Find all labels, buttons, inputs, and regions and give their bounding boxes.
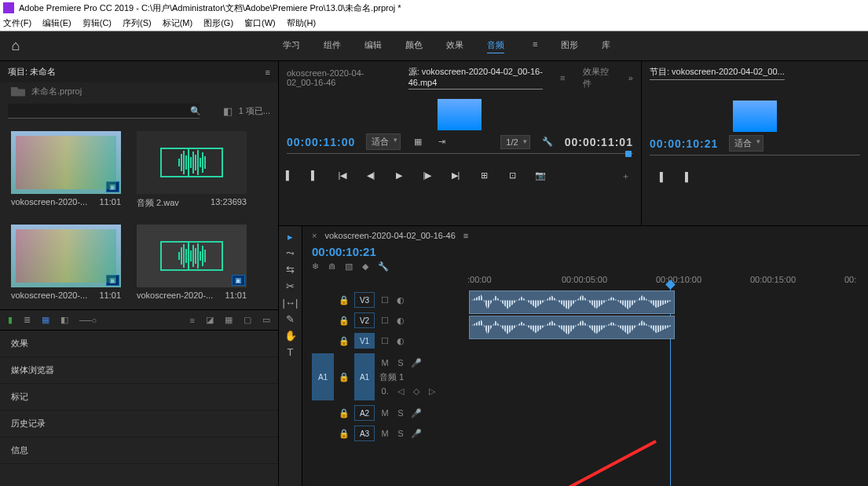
src-tab-1[interactable]: okoscreen-2020-04-02_00-16-46 [287,68,391,87]
ws-color[interactable]: 颜色 [405,39,423,53]
zoom-slider[interactable]: ──○ [79,316,97,325]
nav-markers[interactable]: 标记 [0,384,278,411]
menu-sequence[interactable]: 序列(S) [123,17,152,29]
mark-out-icon[interactable]: ▌ [681,172,695,181]
track-select-tool-icon[interactable]: ⤳ [286,247,295,259]
overflow-icon[interactable]: » [628,73,633,82]
target-a3[interactable]: A3 [354,426,375,441]
step-fwd-icon[interactable]: |▶ [420,170,434,182]
lock-icon[interactable]: 🔒 [339,408,350,418]
overwrite-icon[interactable]: ⊡ [505,170,519,182]
keyframe-next-icon[interactable]: ▷ [427,386,438,396]
safe-margin-icon[interactable]: ⇥ [435,137,448,147]
ws-learn[interactable]: 学习 [283,39,300,53]
list-view-icon[interactable]: ≣ [24,315,31,325]
linked-sel-icon[interactable]: ▧ [345,261,353,272]
eye-icon[interactable]: ◐ [395,295,406,305]
export-frame-icon[interactable]: 📷 [533,170,548,182]
panel-menu-icon[interactable]: ≡ [266,68,270,77]
source-patch-a1[interactable]: A1 [312,353,334,400]
ws-library[interactable]: 库 [602,39,610,53]
voice-icon[interactable]: 🎤 [411,358,422,368]
settings-icon[interactable]: 🔧 [541,137,554,147]
solo-icon[interactable]: S [395,358,406,368]
mark-out-icon[interactable]: ▌ [307,170,321,182]
bin-item-sequence[interactable]: ▣ vokoscreen-2020-...11:01 [137,225,247,300]
target-a1[interactable]: A1 [354,353,375,400]
slip-tool-icon[interactable]: |↔| [283,297,298,309]
new-bin-icon[interactable]: ▢ [244,315,251,325]
lock-icon[interactable]: 🔒 [339,336,350,346]
sync-lock-icon[interactable]: ☐ [379,295,390,305]
home-icon[interactable]: ⌂ [0,38,31,54]
audio-clip-left[interactable] [469,291,675,314]
keyframe-add-icon[interactable]: ◇ [411,386,422,396]
timeline-ruler[interactable]: :00:00 00:00:05:00 00:00:10:00 00:00:15:… [467,275,868,291]
menu-bar[interactable]: 文件(F) 编辑(E) 剪辑(C) 序列(S) 标记(M) 图形(G) 窗口(W… [0,16,868,31]
step-back-icon[interactable]: ◀| [364,170,378,182]
mute-icon[interactable]: M [379,429,390,439]
target-v3[interactable]: V3 [354,292,375,308]
mute-icon[interactable]: M [379,408,390,418]
source-preview[interactable] [438,99,482,130]
sequence-tab[interactable]: × vokoscreen-2020-04-02_00-16-46 ≡ [302,226,868,245]
panel-menu-icon[interactable]: ≡ [560,73,565,82]
ws-edit[interactable]: 编辑 [364,39,382,53]
razor-tool-icon[interactable]: ✂ [286,280,295,292]
program-fit-combo[interactable]: 适合 [729,135,764,152]
ws-audio[interactable]: 音频 [487,39,504,53]
sort-icon[interactable]: ≡ [190,316,195,325]
mark-in-icon[interactable]: ▐ [279,170,293,182]
target-v2[interactable]: V2 [354,312,375,328]
target-v1[interactable]: V1 [354,333,375,349]
search-icon[interactable]: 🔍 [190,106,201,116]
eye-icon[interactable]: ◐ [395,336,406,346]
nav-history[interactable]: 历史记录 [0,411,278,437]
new-item-icon[interactable]: ▭ [262,315,270,325]
ripple-tool-icon[interactable]: ⇆ [286,264,295,276]
sync-lock-icon[interactable]: ☐ [379,316,390,326]
nav-media-browser[interactable]: 媒体浏览器 [0,357,278,384]
solo-icon[interactable]: S [395,429,406,439]
solo-icon[interactable]: S [395,408,406,418]
type-tool-icon[interactable]: T [288,346,294,358]
nav-effects[interactable]: 效果 [0,331,278,357]
menu-graphics[interactable]: 图形(G) [203,17,233,29]
lock-icon[interactable]: 🔒 [339,372,350,382]
go-out-icon[interactable]: ▶| [449,170,463,182]
hand-tool-icon[interactable]: ✋ [284,330,297,342]
target-a2[interactable]: A2 [354,405,375,421]
mute-icon[interactable]: M [379,358,390,368]
playhead-icon[interactable] [625,151,632,157]
program-tab[interactable]: 节目: vokoscreen-2020-04-02_00... [650,66,785,80]
program-tc[interactable]: 00:00:10:21 [650,137,718,150]
insert-icon[interactable]: ⊞ [477,170,491,182]
ws-audio-menu-icon[interactable]: ≡ [533,39,537,53]
src-tab-active[interactable]: 源: vokoscreen-2020-04-02_00-16-46.mp4 [408,66,543,90]
mark-in-icon[interactable]: ▐ [653,172,667,181]
program-preview[interactable] [733,100,777,132]
keyframe-prev-icon[interactable]: ◁ [395,386,406,396]
ws-effects[interactable]: 效果 [446,39,463,53]
close-icon[interactable]: × [312,231,317,240]
bin-item-video[interactable]: ▣ vokoscreen-2020-...11:01 [11,131,121,209]
go-in-icon[interactable]: |◀ [335,170,350,182]
source-ruler[interactable] [287,153,633,167]
voice-icon[interactable]: 🎤 [411,429,422,439]
grid-icon[interactable]: ▦ [412,137,424,147]
pen-tool-icon[interactable]: ✎ [286,313,295,325]
sequence-tc[interactable]: 00:00:10:21 [312,245,376,258]
readonly-icon[interactable]: ▮ [8,315,13,325]
icon-view-icon[interactable]: ▦ [42,315,49,325]
sync-lock-icon[interactable]: ☐ [379,336,390,346]
play-icon[interactable]: ▶ [392,170,406,182]
lock-icon[interactable]: 🔒 [339,295,350,305]
nest-icon[interactable]: ❄ [312,261,319,272]
panel-menu-icon[interactable]: ≡ [463,231,468,240]
src-tab-3[interactable]: 效果控件 [583,66,611,90]
snap-icon[interactable]: ⋒ [328,261,335,272]
source-in-tc[interactable]: 00:00:11:00 [287,136,355,148]
search-input[interactable] [8,104,200,119]
auto-match-icon[interactable]: ◪ [206,315,214,325]
lock-icon[interactable]: 🔒 [339,429,350,439]
